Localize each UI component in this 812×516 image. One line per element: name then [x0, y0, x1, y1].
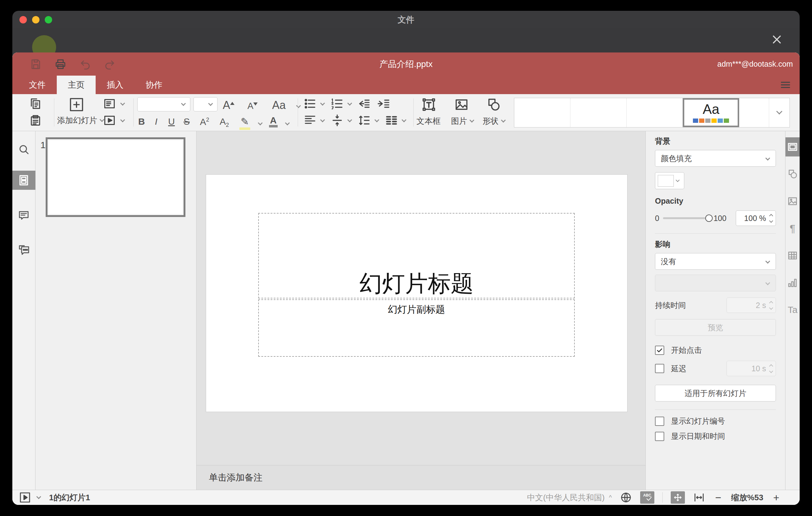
menu-icon[interactable]	[779, 79, 792, 91]
add-slide-icon[interactable]	[57, 96, 96, 113]
theme-item[interactable]	[514, 98, 571, 127]
chevron-down-icon[interactable]	[320, 101, 325, 106]
background-fill-select[interactable]: 颜色填充	[655, 150, 776, 167]
chevron-down-icon[interactable]	[375, 118, 379, 122]
line-spacing-icon[interactable]	[357, 113, 372, 127]
chevron-down-icon[interactable]	[120, 118, 125, 122]
image-button[interactable]: 图片	[451, 116, 473, 126]
chevron-down-icon[interactable]	[320, 118, 325, 122]
zoom-in-icon[interactable]: +	[773, 492, 779, 504]
spinner-arrows[interactable]	[770, 214, 773, 222]
fit-to-slide-icon[interactable]	[671, 491, 685, 504]
globe-icon[interactable]	[620, 491, 632, 504]
image-icon[interactable]	[453, 96, 470, 113]
font-name-select[interactable]	[137, 97, 190, 111]
checkbox-checked[interactable]	[655, 346, 664, 355]
start-on-click-row[interactable]: 开始点击	[655, 345, 776, 355]
decrease-indent-icon[interactable]	[357, 96, 372, 111]
checkbox-unchecked[interactable]	[655, 432, 664, 441]
subscript-icon[interactable]: A2	[220, 117, 229, 128]
tab-collaboration[interactable]: 协作	[135, 76, 173, 94]
slide-settings-icon[interactable]	[785, 137, 800, 156]
apply-to-all-slides-button[interactable]: 适用于所有幻灯片	[655, 385, 776, 402]
slides-panel-icon[interactable]	[12, 171, 35, 190]
theme-item[interactable]	[627, 98, 683, 127]
search-icon[interactable]	[12, 140, 35, 159]
chevron-down-icon[interactable]	[36, 494, 41, 499]
opacity-spinner[interactable]: 100 %	[736, 210, 776, 226]
effect-select[interactable]: 没有	[655, 253, 776, 270]
add-slide-button[interactable]: 添加幻灯片	[57, 115, 104, 126]
chevron-down-icon[interactable]	[296, 104, 301, 108]
checkbox-unchecked[interactable]	[655, 364, 664, 373]
zoom-out-icon[interactable]: −	[715, 492, 721, 504]
theme-item-selected[interactable]: Aa	[683, 98, 739, 127]
show-date-time-row[interactable]: 显示日期和时间	[655, 431, 776, 441]
underline-icon[interactable]: U	[168, 117, 175, 126]
close-icon[interactable]	[770, 33, 784, 46]
opacity-slider[interactable]	[663, 217, 709, 219]
maximize-traffic-light[interactable]	[45, 16, 52, 24]
theme-gallery-expand-button[interactable]	[769, 98, 789, 127]
delay-checkbox-row[interactable]: 延迟	[655, 364, 687, 374]
italic-icon[interactable]: I	[155, 117, 157, 126]
fill-color-swatch[interactable]	[655, 172, 684, 189]
chevron-down-icon[interactable]	[258, 121, 263, 125]
shape-icon[interactable]	[485, 96, 502, 113]
language-label[interactable]: 中文(中华人民共和国)	[527, 492, 605, 503]
vertical-align-icon[interactable]	[330, 113, 344, 127]
spellcheck-icon[interactable]: ABC	[640, 491, 654, 504]
chevron-down-icon[interactable]	[347, 101, 352, 106]
theme-item[interactable]	[739, 98, 769, 127]
chevron-down-icon[interactable]	[402, 118, 407, 122]
close-traffic-light[interactable]	[20, 16, 27, 24]
columns-icon[interactable]	[384, 113, 399, 127]
start-slideshow-icon[interactable]	[103, 113, 117, 127]
textbox-button[interactable]: 文本框	[416, 116, 440, 126]
decrease-font-icon[interactable]: A	[248, 102, 258, 111]
paste-icon[interactable]	[28, 113, 42, 127]
checkbox-unchecked[interactable]	[655, 417, 664, 426]
font-color-icon[interactable]: A	[269, 116, 278, 127]
change-case-icon[interactable]: Aa	[272, 100, 286, 111]
slide-layout-icon[interactable]	[103, 96, 117, 111]
slide-thumbnail[interactable]	[46, 137, 185, 217]
slider-thumb[interactable]	[705, 214, 713, 222]
slide-canvas[interactable]: 幻灯片标题 幻灯片副标题	[197, 131, 645, 465]
table-settings-icon[interactable]	[785, 246, 800, 265]
comments-icon[interactable]	[12, 206, 35, 225]
theme-item[interactable]	[571, 98, 627, 127]
tab-home[interactable]: 主页	[57, 76, 96, 94]
title-placeholder[interactable]: 幻灯片标题	[258, 213, 575, 298]
increase-font-icon[interactable]: A	[223, 100, 234, 111]
chevron-down-icon[interactable]	[120, 101, 125, 106]
highlight-color-icon[interactable]: ✎	[239, 116, 250, 130]
chart-settings-icon[interactable]	[785, 273, 800, 292]
increase-indent-icon[interactable]	[377, 96, 391, 111]
tab-insert[interactable]: 插入	[96, 76, 135, 94]
minimize-traffic-light[interactable]	[32, 16, 39, 24]
start-slideshow-icon[interactable]	[19, 491, 31, 504]
chat-icon[interactable]	[12, 241, 35, 260]
superscript-icon[interactable]: A2	[200, 117, 209, 126]
slide[interactable]: 幻灯片标题 幻灯片副标题	[206, 175, 627, 412]
image-settings-icon[interactable]	[785, 192, 800, 211]
numbered-list-icon[interactable]	[330, 96, 344, 111]
textbox-icon[interactable]	[420, 96, 437, 113]
paragraph-settings-icon[interactable]: ¶	[785, 219, 800, 238]
copy-icon[interactable]	[28, 96, 42, 111]
shape-button[interactable]: 形状	[483, 116, 505, 126]
font-size-select[interactable]	[194, 97, 218, 111]
horizontal-align-icon[interactable]	[303, 113, 317, 127]
show-slide-number-row[interactable]: 显示幻灯片编号	[655, 416, 776, 426]
subtitle-placeholder[interactable]: 幻灯片副标题	[258, 299, 575, 357]
chevron-down-icon[interactable]	[285, 121, 290, 125]
shape-settings-icon[interactable]	[785, 165, 800, 183]
tab-file[interactable]: 文件	[18, 76, 57, 94]
bold-icon[interactable]: B	[138, 117, 145, 126]
bullet-list-icon[interactable]	[303, 96, 317, 111]
strikethrough-icon[interactable]: S	[183, 117, 190, 126]
chevron-down-icon[interactable]	[347, 118, 352, 122]
notes-area[interactable]: 单击添加备注	[197, 465, 645, 490]
fit-to-width-icon[interactable]	[693, 491, 705, 504]
